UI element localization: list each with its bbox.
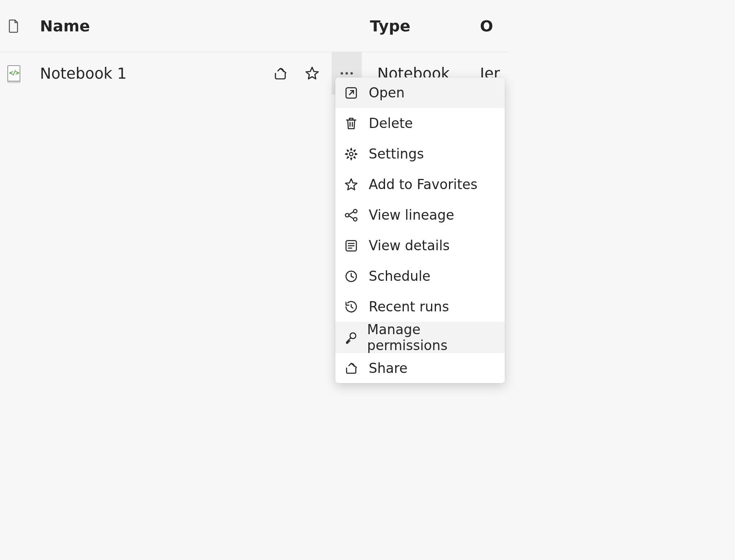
details-icon <box>344 239 369 253</box>
menu-label: Open <box>369 85 405 101</box>
menu-item-favorite[interactable]: Add to Favorites <box>335 169 505 200</box>
notebook-icon: </> <box>7 65 20 82</box>
svg-point-6 <box>354 209 357 213</box>
document-icon <box>7 19 20 33</box>
menu-label: Manage permissions <box>367 322 496 353</box>
svg-point-1 <box>345 72 348 75</box>
menu-item-permissions[interactable]: Manage permissions <box>335 322 505 353</box>
open-icon <box>344 86 369 100</box>
menu-label: Share <box>369 360 407 376</box>
menu-label: Settings <box>369 146 424 162</box>
svg-point-5 <box>345 213 349 217</box>
menu-item-open[interactable]: Open <box>335 77 505 108</box>
lineage-icon <box>344 208 369 222</box>
row-icon-cell: </> <box>5 65 40 82</box>
column-header-type[interactable]: Type <box>370 17 480 35</box>
more-icon <box>340 72 354 75</box>
clock-icon <box>344 269 369 283</box>
star-icon <box>305 66 319 81</box>
menu-label: Delete <box>369 115 413 131</box>
column-header-name[interactable]: Name <box>40 17 370 35</box>
menu-label: View lineage <box>369 207 454 223</box>
trash-icon <box>344 117 369 130</box>
svg-point-4 <box>350 152 353 156</box>
menu-item-details[interactable]: View details <box>335 230 505 261</box>
share-icon <box>344 361 369 375</box>
menu-item-delete[interactable]: Delete <box>335 108 505 139</box>
svg-point-7 <box>354 217 357 221</box>
svg-point-0 <box>341 72 343 75</box>
table-header: Name Type O <box>0 0 509 52</box>
column-header-extra[interactable]: O <box>480 17 504 35</box>
menu-label: Add to Favorites <box>369 176 478 192</box>
favorite-button[interactable] <box>300 61 324 86</box>
star-icon <box>344 178 369 192</box>
menu-label: Schedule <box>369 268 431 284</box>
menu-label: Recent runs <box>369 299 449 315</box>
key-icon <box>344 331 367 344</box>
row-name[interactable]: Notebook 1 <box>40 65 268 82</box>
context-menu: Open Delete Settings Ad <box>335 77 505 383</box>
gear-icon <box>344 147 369 161</box>
menu-label: View details <box>369 238 450 254</box>
menu-item-share[interactable]: Share <box>335 353 505 383</box>
menu-item-lineage[interactable]: View lineage <box>335 200 505 230</box>
menu-item-settings[interactable]: Settings <box>335 139 505 169</box>
history-icon <box>344 300 369 314</box>
share-button[interactable] <box>268 61 293 86</box>
menu-item-recent-runs[interactable]: Recent runs <box>335 291 505 322</box>
column-header-icon <box>5 19 40 33</box>
svg-point-2 <box>350 72 353 75</box>
share-icon <box>273 66 288 81</box>
menu-item-schedule[interactable]: Schedule <box>335 261 505 291</box>
